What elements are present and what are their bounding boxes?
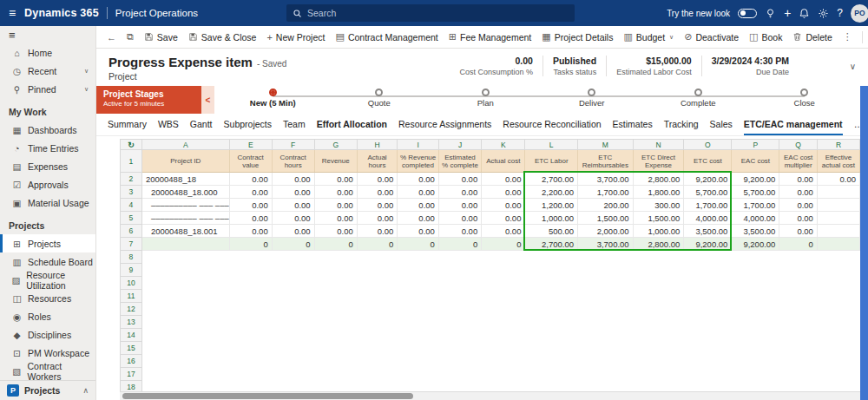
grid-cell[interactable]: 0.00 [398,173,439,186]
grid-cell[interactable]: 0 [357,238,398,251]
grid-cell[interactable]: 1,700.00 [684,199,732,212]
user-avatar[interactable]: PO [851,4,868,23]
grid-cell[interactable]: 4,000.00 [732,212,779,225]
grid-cell[interactable] [141,238,229,251]
grid-cell[interactable]: 0.00 [438,173,481,186]
grid-cell[interactable]: 0.00 [314,225,357,238]
sidebar-item-home[interactable]: ⌂Home [0,43,95,62]
sidebar-item-pinned[interactable]: ⚲Pinned∨ [0,80,95,98]
column-letter-n[interactable]: N [633,140,684,150]
sidebar-area-switcher[interactable]: P Projects ∧ [0,380,95,400]
grid-cell[interactable]: 0.00 [438,199,481,212]
column-header-etc-labor[interactable]: ETC Labor [525,150,578,173]
grid-empty-area[interactable] [141,355,859,368]
sidebar-item-resources[interactable]: ◫Resources [0,289,95,307]
grid-cell[interactable]: 0.00 [272,225,314,238]
grid-cell[interactable]: 0.00 [357,186,398,199]
column-letter-g[interactable]: G [314,140,357,150]
tab-subprojects[interactable]: Subprojects [224,114,272,135]
grid-cell[interactable]: 0.00 [357,199,398,212]
popout-button[interactable]: ⧉ [122,26,139,48]
tab-gantt[interactable]: Gantt [190,114,213,135]
column-letter-j[interactable]: J [438,140,481,150]
grid-cell[interactable]: 0.00 [272,212,314,225]
column-letter-a[interactable]: A [141,140,229,150]
sidebar-item-approvals[interactable]: ☑Approvals [0,175,95,193]
grid-cell[interactable]: –––––––––– ––– ––– [141,212,229,225]
budget-button[interactable]: ▥Budget∨ [618,26,679,48]
grid-cell[interactable]: 0.00 [229,173,272,186]
grid-cell[interactable] [817,186,859,199]
tab-effort-allocation[interactable]: Effort Allocation [317,114,387,135]
grid-empty-area[interactable] [141,303,859,316]
grid-cell[interactable]: 0 [229,238,272,251]
grid-empty-area[interactable] [141,277,859,290]
area-switcher-chevron-icon[interactable]: ∧ [82,386,89,395]
bpf-stage-new-5-min[interactable]: New (5 Min) [220,89,326,114]
grid-cell[interactable]: 20000488_18.001 [141,225,229,238]
grid-cell[interactable]: 200.00 [578,199,634,212]
grid-cell[interactable]: 0.00 [482,186,525,199]
row-number[interactable]: 15 [121,342,142,355]
brand-logo[interactable]: Dynamics 365 [24,7,99,19]
grid-cell[interactable]: 0.00 [817,173,859,186]
grid-cell[interactable]: 0 [398,238,439,251]
sidebar-item-dashboards[interactable]: ▦Dashboards [0,121,95,139]
tab-resource-reconciliation[interactable]: Resource Reconciliation [503,114,601,135]
grid-cell[interactable]: 9,200.00 [732,238,779,251]
grid-cell[interactable]: 0.00 [779,186,818,199]
grid-cell[interactable]: 0.00 [482,199,525,212]
column-header-effective-actual-cost[interactable]: Effective actual cost [817,150,859,173]
bpf-stage-complete[interactable]: Complete [645,89,752,114]
column-header-revenue[interactable]: Revenue [314,150,357,173]
grid-cell[interactable]: 0.00 [314,199,357,212]
tab-summary[interactable]: Summary [108,114,147,135]
delete-button[interactable]: Delete [787,26,837,48]
sidebar-item-recent[interactable]: ◷Recent∨ [0,62,95,80]
row-number[interactable]: 1 [121,150,142,173]
grid-cell[interactable]: 0.00 [229,199,272,212]
row-number[interactable]: 11 [121,290,142,303]
grid-cell[interactable]: 2,000.00 [578,225,634,238]
bpf-stage-plan[interactable]: Plan [432,89,539,114]
grid-cell[interactable]: 0.00 [779,225,818,238]
column-letter-f[interactable]: F [272,140,314,150]
grid-cell[interactable]: –––––––––– ––– ––– [141,199,229,212]
grid-cell[interactable]: 300.00 [633,199,684,212]
grid-cell[interactable]: 20000488_18.000 [141,186,229,199]
grid-cell[interactable]: 2,200.00 [525,186,578,199]
gear-icon[interactable] [818,8,829,19]
waffle-menu-icon[interactable]: ≡ [0,6,24,20]
grid-cell[interactable]: 1,800.00 [633,186,684,199]
row-number[interactable]: 16 [121,355,142,368]
search-input[interactable] [307,8,569,18]
app-name[interactable]: Project Operations [115,8,198,18]
row-number[interactable]: 13 [121,316,142,329]
column-header-etc-cost[interactable]: ETC cost [684,150,732,173]
project-details-button[interactable]: ▦Project Details [536,26,618,48]
column-letter-p[interactable]: P [732,140,779,150]
grid-cell[interactable]: 0.00 [272,173,314,186]
grid-cell[interactable] [817,199,859,212]
grid-cell[interactable]: 4,000.00 [684,212,732,225]
column-header-actual-cost[interactable]: Actual cost [482,150,525,173]
grid-cell[interactable]: 2,800.00 [633,238,684,251]
row-number[interactable]: 17 [121,368,142,381]
grid-cell[interactable]: 0.00 [438,186,481,199]
deactivate-button[interactable]: ⊘Deactivate [679,26,744,48]
grid-empty-area[interactable] [141,342,859,355]
sidebar-item-material-usage[interactable]: ▣Material Usage [0,193,95,212]
row-number[interactable]: 3 [121,186,142,199]
column-header-project-id[interactable]: Project ID [141,150,229,173]
bpf-collapse-chevron-icon[interactable]: < [201,86,214,114]
grid-cell[interactable]: 0.00 [272,186,314,199]
grid-cell[interactable]: 1,000.00 [525,212,578,225]
grid-cell[interactable]: 0.00 [357,225,398,238]
new-look-toggle[interactable] [738,9,757,18]
save-and-close-button[interactable]: Save & Close [183,26,262,48]
grid-cell[interactable]: 0.00 [398,225,439,238]
new-project-button[interactable]: +New Project [261,26,330,48]
bpf-stage-dot[interactable] [375,89,383,96]
sidebar-item-roles[interactable]: ◉Roles [0,307,95,325]
tab-estimates[interactable]: Estimates [613,114,653,135]
